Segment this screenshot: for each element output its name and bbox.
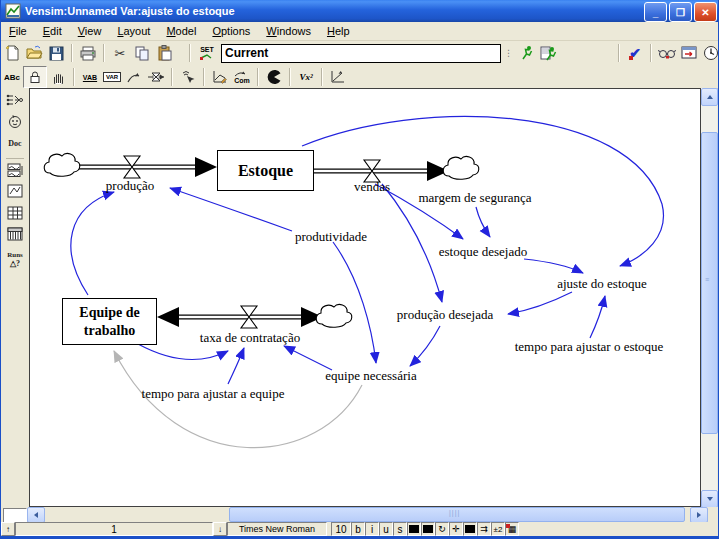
var-producao[interactable]: produção bbox=[106, 178, 154, 194]
check-model-button[interactable]: ✔ bbox=[624, 43, 646, 63]
set-dataset-button[interactable]: SET bbox=[195, 43, 219, 63]
stock-estoque[interactable]: Estoque bbox=[217, 150, 314, 191]
causes-strip-button[interactable] bbox=[3, 162, 27, 181]
menu-windows[interactable]: Windows bbox=[258, 23, 319, 39]
print-icon bbox=[80, 46, 97, 61]
lock-tool[interactable] bbox=[23, 66, 47, 88]
font-size-field[interactable]: 10 bbox=[331, 522, 351, 536]
delete-tool[interactable] bbox=[263, 67, 285, 87]
var-tempo-equipe[interactable]: tempo para ajustar a equipe bbox=[142, 386, 285, 402]
down-arrow-icon: ↓ bbox=[218, 525, 222, 534]
text-color-button[interactable] bbox=[407, 522, 421, 536]
vertical-scroll-thumb[interactable] bbox=[701, 132, 718, 434]
menu-options[interactable]: Options bbox=[204, 23, 258, 39]
menu-file[interactable]: File bbox=[1, 23, 35, 39]
status-bar: ↑ 1 ↓ Times New Roman 10 b i u s ↻ ✛ ⇉ ±… bbox=[1, 522, 719, 536]
sketch-canvas[interactable]: Estoque Equipe de trabalho produção vend… bbox=[29, 88, 701, 507]
var-vendas[interactable]: vendas bbox=[354, 179, 390, 195]
var-produtividade[interactable]: produtividade bbox=[295, 229, 367, 245]
graph-icon bbox=[7, 184, 23, 201]
model-settings-button[interactable] bbox=[656, 43, 678, 63]
paste-button[interactable] bbox=[153, 43, 175, 63]
shape-button[interactable]: ↻ bbox=[435, 522, 449, 536]
var-estoque-desejado[interactable]: estoque desejado bbox=[439, 244, 527, 260]
arrow-tool[interactable] bbox=[123, 67, 145, 87]
var-producao-desejada[interactable]: produção desejada bbox=[397, 307, 493, 323]
causes-tree-button[interactable] bbox=[3, 92, 27, 111]
scroll-left-button[interactable] bbox=[27, 507, 45, 523]
var-taxa-contratacao[interactable]: taxa de contratação bbox=[200, 330, 300, 346]
var-ajuste-estoque[interactable]: ajuste do estoque bbox=[557, 276, 647, 292]
cut-button[interactable]: ✂ bbox=[109, 43, 131, 63]
equation-tool[interactable]: Vx² bbox=[295, 67, 317, 87]
table-time-button[interactable] bbox=[3, 225, 27, 244]
horizontal-scrollbar[interactable]: |||| bbox=[1, 507, 719, 522]
menu-edit[interactable]: Edit bbox=[35, 23, 70, 39]
minimize-button[interactable]: _ bbox=[644, 2, 667, 22]
menu-model[interactable]: Model bbox=[158, 23, 204, 39]
dataset-combo[interactable]: Current bbox=[221, 44, 501, 63]
output-windows-button[interactable] bbox=[678, 43, 700, 63]
merge-tool[interactable]: ABc bbox=[1, 67, 23, 87]
run-simulation-button[interactable] bbox=[516, 43, 538, 63]
var-margem[interactable]: margem de segurança bbox=[418, 190, 531, 206]
arrow-style-button[interactable]: ⇉ bbox=[477, 522, 491, 536]
fill-color-swatch bbox=[465, 525, 475, 533]
open-icon bbox=[26, 45, 43, 61]
level-down-button[interactable]: ↓ bbox=[213, 522, 227, 536]
runner-doc-icon bbox=[540, 45, 558, 61]
scroll-down-button[interactable] bbox=[701, 490, 718, 508]
thumb-grip: ≡ bbox=[705, 276, 710, 283]
menu-view[interactable]: View bbox=[70, 23, 110, 39]
var-equipe-necessaria[interactable]: equipe necessária bbox=[325, 368, 416, 384]
view-page-field[interactable]: 1 bbox=[15, 522, 213, 536]
shadow-variable-tool[interactable] bbox=[177, 67, 199, 87]
document-button[interactable]: Doc bbox=[3, 134, 27, 153]
thickness-button[interactable]: ±2 bbox=[491, 522, 505, 536]
level-up-button[interactable]: ↑ bbox=[1, 522, 15, 536]
print-button[interactable] bbox=[77, 43, 99, 63]
time-axis-button[interactable] bbox=[700, 43, 719, 63]
run-game-button[interactable] bbox=[538, 43, 560, 63]
runs-compare-button[interactable]: Runs △? bbox=[3, 246, 27, 272]
save-button[interactable] bbox=[45, 43, 67, 63]
close-button[interactable]: ✕ bbox=[694, 2, 717, 22]
text-color-swatch bbox=[409, 525, 419, 533]
font-name-field[interactable]: Times New Roman bbox=[227, 522, 327, 536]
var-tempo-estoque[interactable]: tempo para ajustar o estoque bbox=[515, 339, 664, 355]
input-output-tool[interactable] bbox=[209, 67, 231, 87]
toolbar-separator bbox=[203, 68, 205, 86]
scroll-right-button[interactable] bbox=[690, 507, 708, 523]
move-tool[interactable] bbox=[47, 67, 69, 87]
bold-button[interactable]: b bbox=[351, 522, 365, 536]
box-variable-tool[interactable]: VAR bbox=[101, 67, 123, 87]
menu-help[interactable]: Help bbox=[319, 23, 358, 39]
box-color-button[interactable] bbox=[421, 522, 435, 536]
table-time-icon bbox=[7, 227, 23, 243]
copy-button[interactable] bbox=[131, 43, 153, 63]
stock-equipe[interactable]: Equipe de trabalho bbox=[62, 298, 157, 345]
position-button[interactable]: ✛ bbox=[449, 522, 463, 536]
polarity-button[interactable]: ▦ bbox=[505, 522, 519, 536]
scroll-up-button[interactable] bbox=[701, 88, 718, 106]
menu-layout[interactable]: Layout bbox=[109, 23, 158, 39]
underline-button[interactable]: u bbox=[379, 522, 393, 536]
table-button[interactable] bbox=[3, 204, 27, 223]
fill-color-button[interactable] bbox=[463, 522, 477, 536]
italic-button[interactable]: i bbox=[365, 522, 379, 536]
rate-tool[interactable] bbox=[145, 67, 167, 87]
reference-mode-tool[interactable] bbox=[327, 67, 349, 87]
new-button[interactable] bbox=[1, 43, 23, 63]
restore-button[interactable]: ❐ bbox=[669, 2, 692, 22]
strike-button[interactable]: s bbox=[393, 522, 407, 536]
comment-tool[interactable]: Com bbox=[231, 67, 253, 87]
open-button[interactable] bbox=[23, 43, 45, 63]
vertical-scrollbar[interactable]: ≡ bbox=[701, 88, 717, 507]
clock-icon bbox=[703, 45, 719, 61]
variable-tool[interactable]: VAB bbox=[79, 67, 101, 87]
link-producao-desejada-to-equipe-necessaria bbox=[410, 326, 440, 366]
window-title: Vensim:Unnamed Var:ajuste do estoque bbox=[25, 5, 235, 17]
loops-button[interactable] bbox=[3, 113, 27, 132]
link-equipe-to-producao bbox=[71, 192, 114, 295]
graph-button[interactable] bbox=[3, 183, 27, 202]
